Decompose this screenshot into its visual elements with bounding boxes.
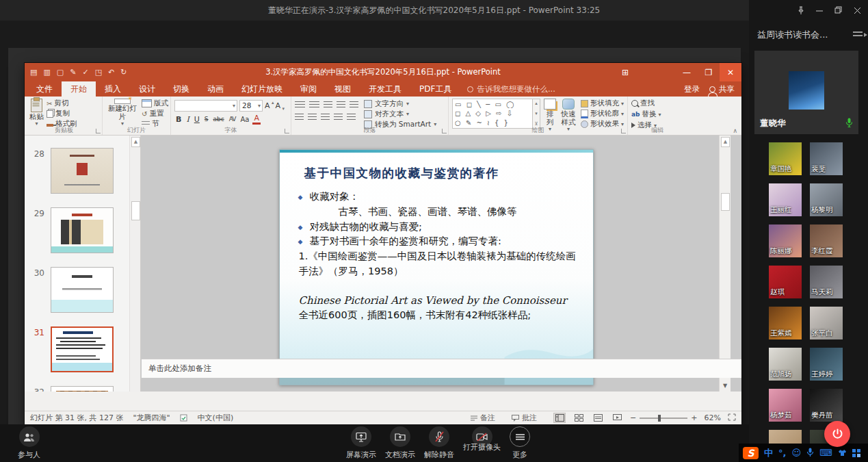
slide-thumbnail[interactable]	[51, 267, 114, 313]
slide-number-status[interactable]: 幻灯片 第 31 张, 共 127 张	[30, 413, 123, 423]
font-format-button[interactable]: S	[203, 114, 210, 125]
reset-button[interactable]: ↺重置	[142, 109, 168, 118]
font-format-button[interactable]: A	[252, 114, 261, 125]
font-dialog-launcher[interactable]	[285, 129, 289, 133]
normal-view-button[interactable]	[553, 413, 566, 423]
pin-icon[interactable]	[797, 6, 805, 15]
bullets-button[interactable]	[295, 101, 305, 108]
shrink-font-button[interactable]: A	[276, 101, 285, 110]
sign-in-link[interactable]: 登录	[684, 84, 700, 94]
grow-font-button[interactable]: A	[265, 101, 274, 110]
participant-tile[interactable]: 杨梦茹	[769, 389, 802, 422]
scroll-up-icon[interactable]: ▲	[721, 137, 730, 147]
slide-text-line[interactable]	[296, 279, 577, 293]
font-format-button[interactable]: I	[185, 114, 190, 125]
paragraph-dialog-launcher[interactable]	[442, 129, 447, 133]
participant-tile[interactable]: 马天莉	[810, 266, 843, 298]
slide-text-line[interactable]: 对残缺古物的收藏与喜爱;	[296, 220, 577, 235]
slide-text-line[interactable]: Chinese Pictorial Art as Viewed by the C…	[296, 293, 577, 309]
thumbnail-scroll-up-icon[interactable]: ▲	[131, 137, 140, 147]
participant-tile[interactable]: 李红霞	[810, 224, 843, 257]
participant-tile[interactable]: 章国艳	[769, 142, 802, 175]
slide-text-line[interactable]: 收藏对象：	[296, 190, 577, 205]
zoom-slider[interactable]	[640, 418, 687, 419]
participant-tile[interactable]: 张平白	[810, 307, 843, 339]
slide-title[interactable]: 基于中国文物的收藏与鉴赏的著作	[296, 165, 577, 181]
skin-icon[interactable]	[838, 446, 847, 459]
toolbox-grid-icon[interactable]	[852, 449, 860, 457]
slide-vertical-scrollbar[interactable]: ▲ ⌃ ⌄ ▼	[719, 136, 731, 392]
slide-text-line[interactable]: 全书近600页，插图160幅，书末附有42种纸张样品;	[296, 308, 577, 323]
clipboard-dialog-launcher[interactable]	[96, 129, 101, 133]
shape-outline-button[interactable]: 形状轮廓	[581, 109, 624, 118]
paste-button[interactable]: 粘贴	[29, 99, 44, 127]
shape-fill-button[interactable]: 形状填充	[581, 99, 624, 108]
participants-button[interactable]: 参与人	[18, 426, 40, 460]
ribbon-tab[interactable]: 插入	[96, 81, 130, 97]
text-direction-button[interactable]: 文字方向	[364, 99, 436, 109]
tell-me-box[interactable]: 告诉我您想要做什么...	[467, 81, 555, 97]
font-format-button[interactable]: abc	[212, 114, 226, 125]
align-left-button[interactable]	[295, 114, 304, 120]
zoom-slider-thumb[interactable]	[658, 415, 661, 422]
collapse-ribbon-button[interactable]: ∧	[733, 127, 737, 134]
slide-thumbnail-row[interactable]: 28	[25, 148, 140, 194]
thumbnail-scrollbar-thumb[interactable]	[131, 201, 140, 220]
slide-text-line[interactable]: 基于对书画十余年的鉴赏和研究，编写专著:	[296, 234, 577, 249]
columns-button[interactable]	[347, 114, 356, 120]
slide-text-line[interactable]: 1.《中国绘画鉴赏——中国及日本以卷轴装裱为基础的传统绘画手法》（罗马，1958…	[296, 249, 577, 279]
minimize-button[interactable]	[816, 7, 824, 14]
fit-slide-button[interactable]	[728, 413, 736, 423]
cut-button[interactable]: ✂剪切	[47, 99, 77, 108]
language-status[interactable]: 中文(中国)	[198, 413, 234, 423]
decrease-indent-button[interactable]	[324, 101, 332, 108]
comments-toggle[interactable]: 批注	[512, 413, 537, 423]
close-button[interactable]	[854, 7, 861, 14]
ribbon-tab[interactable]: 开发工具	[360, 81, 410, 97]
zoom-out-button[interactable]: −	[630, 413, 636, 422]
ppt-minimize-button[interactable]: —	[676, 63, 698, 81]
speaker-tile[interactable]: 董晓华	[754, 51, 858, 134]
participant-tile[interactable]: 赵琪	[769, 266, 802, 298]
slide-thumbnail-row[interactable]: 30	[25, 267, 140, 313]
punctuation-icon[interactable]: °,	[778, 448, 786, 457]
participant-tile[interactable]: 陈丽娜	[769, 224, 802, 257]
font-format-button[interactable]: U	[193, 114, 201, 125]
slide-thumbnail-row[interactable]: 29	[25, 207, 140, 253]
font-size-combobox[interactable]: 28	[239, 100, 263, 112]
participant-tile[interactable]: 王丽红	[769, 183, 802, 216]
ribbon-tab[interactable]: 切换	[164, 81, 198, 97]
ribbon-tab[interactable]: 文件	[27, 81, 62, 97]
new-slide-button[interactable]: 新建幻灯片	[106, 99, 139, 127]
ribbon-tab[interactable]: 视图	[326, 81, 360, 97]
slide-thumbnail-row[interactable]: 32	[25, 386, 140, 392]
participant-tile[interactable]: 裴斐	[810, 142, 843, 175]
shapes-gallery-scroll[interactable]: ▴▾⊻	[533, 99, 540, 129]
font-format-button[interactable]: B	[174, 114, 183, 125]
participant-tile[interactable]: 杨黎明	[810, 183, 843, 216]
replace-button[interactable]: ab替换	[631, 110, 683, 119]
slide-sorter-view-button[interactable]	[573, 413, 585, 423]
scroll-down-icon[interactable]: ▼	[723, 383, 727, 389]
font-format-button[interactable]: Aa	[239, 114, 250, 125]
scrollbar-thumb[interactable]	[721, 193, 730, 211]
align-text-button[interactable]: 对齐文本	[364, 109, 436, 119]
layout-button[interactable]: 版式	[142, 99, 168, 108]
ppt-close-button[interactable]: ✕	[720, 63, 741, 81]
slide-thumbnail[interactable]	[51, 148, 114, 194]
slide-thumbnail-row[interactable]: 31	[25, 326, 140, 372]
theme-name-status[interactable]: "龙腾四海"	[133, 413, 170, 423]
justify-button[interactable]	[334, 114, 343, 120]
align-center-button[interactable]	[308, 114, 317, 120]
notes-toggle[interactable]: 备注	[471, 413, 495, 423]
ribbon-tab[interactable]: 开始	[62, 81, 96, 97]
ribbon-display-options-button[interactable]: ⊞	[614, 63, 636, 81]
ribbon-tab[interactable]: 幻灯片放映	[233, 81, 291, 97]
shapes-gallery[interactable]: ▭ ◻ ╲ ─ ▭ ◯◻ △ ◇ ▷ ⇨ ⇩○ ✎ ~ ≀ { }	[452, 99, 533, 129]
doc-share-button[interactable]: 文档演示	[385, 426, 415, 460]
participant-tile[interactable]: 范旭扬	[769, 348, 802, 381]
view-switch-icon[interactable]	[853, 31, 863, 38]
font-format-button[interactable]: AV	[228, 114, 237, 125]
shape-row[interactable]: ▭ ◻ ╲ ─ ▭ ◯	[455, 101, 530, 108]
copy-button[interactable]: 复制	[47, 109, 77, 118]
